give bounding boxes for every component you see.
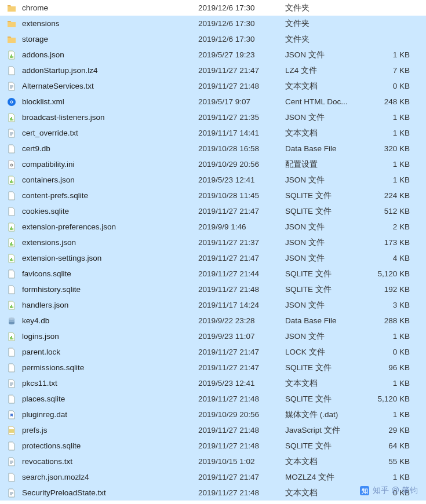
svg-rect-28 xyxy=(12,260,13,261)
file-row[interactable]: pluginreg.dat2019/10/29 20:56媒体文件 (.dat)… xyxy=(0,407,426,422)
file-size: 96 KB xyxy=(363,363,414,372)
svg-rect-21 xyxy=(11,227,12,230)
file-type: SQLITE 文件 xyxy=(285,191,363,201)
file-row[interactable]: logins.json2019/9/23 11:07JSON 文件1 KB xyxy=(0,328,426,344)
file-row[interactable]: handlers.json2019/11/17 14:24JSON 文件3 KB xyxy=(0,297,426,313)
file-row[interactable]: compatibility.ini2019/10/29 20:56配置设置1 K… xyxy=(0,156,426,172)
json-icon xyxy=(7,176,16,185)
file-row[interactable]: cookies.sqlite2019/11/27 21:47SQLITE 文件5… xyxy=(0,203,426,219)
file-row[interactable]: storage2019/12/6 17:30文件夹 xyxy=(0,31,426,47)
svg-point-32 xyxy=(9,317,14,320)
file-type: 文本文档 xyxy=(285,128,363,138)
file-name: extension-preferences.json xyxy=(22,222,116,231)
svg-rect-10 xyxy=(11,117,12,120)
file-row[interactable]: addons.json2019/5/27 19:23JSON 文件1 KB xyxy=(0,47,426,63)
svg-rect-23 xyxy=(10,243,11,246)
svg-rect-24 xyxy=(11,242,12,246)
file-row[interactable]: broadcast-listeners.json2019/11/27 21:35… xyxy=(0,109,426,125)
json-icon xyxy=(7,301,16,310)
file-name: places.sqlite xyxy=(22,395,65,403)
file-row[interactable]: blocklist.xml2019/5/17 9:07Cent HTML Doc… xyxy=(0,94,426,109)
file-date: 2019/10/29 20:56 xyxy=(198,160,285,169)
file-size: 288 KB xyxy=(363,316,414,325)
file-type: SQLITE 文件 xyxy=(285,394,363,404)
file-row[interactable]: extension-preferences.json2019/9/9 1:46J… xyxy=(0,219,426,235)
file-type: 配置设置 xyxy=(285,159,363,170)
file-type: JavaScript 文件 xyxy=(285,425,363,436)
file-row[interactable]: prefs.js2019/11/27 21:48JavaScript 文件29 … xyxy=(0,422,426,438)
file-date: 2019/10/15 1:02 xyxy=(198,457,285,466)
file-name: pluginreg.dat xyxy=(22,410,67,419)
file-row[interactable]: revocations.txt2019/10/15 1:02文本文档55 KB xyxy=(0,454,426,469)
file-name: search.json.mozlz4 xyxy=(22,473,89,481)
file-size: 173 KB xyxy=(363,238,414,247)
file-row[interactable]: content-prefs.sqlite2019/10/28 11:45SQLI… xyxy=(0,188,426,203)
svg-rect-0 xyxy=(10,56,11,58)
file-size: 0 KB xyxy=(363,82,414,90)
file-row[interactable]: key4.db2019/9/22 23:28Data Base File288 … xyxy=(0,313,426,328)
file-date: 2019/11/27 21:48 xyxy=(198,426,285,434)
file-date: 2019/9/22 23:28 xyxy=(198,316,285,325)
file-name: AlternateServices.txt xyxy=(22,82,94,90)
file-row[interactable]: cert_override.txt2019/11/17 14:41文本文档1 K… xyxy=(0,125,426,141)
file-row[interactable]: AlternateServices.txt2019/11/27 21:48文本文… xyxy=(0,78,426,94)
file-size: 5,120 KB xyxy=(363,395,414,403)
txt-icon xyxy=(7,379,16,388)
file-name: key4.db xyxy=(22,316,49,325)
file-icon xyxy=(7,473,16,482)
file-name: parent.lock xyxy=(22,348,60,356)
file-type: JSON 文件 xyxy=(285,331,363,342)
svg-rect-2 xyxy=(12,56,13,58)
file-size: 1 KB xyxy=(363,160,414,169)
file-row[interactable]: extension-settings.json2019/11/27 21:47J… xyxy=(0,250,426,266)
svg-rect-1 xyxy=(11,54,12,58)
file-row[interactable]: extensions2019/12/6 17:30文件夹 xyxy=(0,16,426,31)
svg-point-8 xyxy=(11,101,13,103)
file-type: SQLITE 文件 xyxy=(285,206,363,217)
file-date: 2019/11/27 21:47 xyxy=(198,363,285,372)
svg-point-16 xyxy=(11,165,12,166)
file-icon xyxy=(7,207,16,216)
file-name: formhistory.sqlite xyxy=(22,285,81,294)
svg-rect-35 xyxy=(12,338,13,339)
file-date: 2019/11/27 21:48 xyxy=(198,82,285,90)
file-row[interactable]: SecurityPreloadState.txt2019/11/27 21:48… xyxy=(0,485,426,501)
file-type: JSON 文件 xyxy=(285,300,363,311)
svg-rect-19 xyxy=(12,181,13,183)
file-date: 2019/11/27 21:47 xyxy=(198,66,285,75)
json-icon xyxy=(7,254,16,263)
file-icon xyxy=(7,348,16,357)
file-row[interactable]: protections.sqlite2019/11/27 21:48SQLITE… xyxy=(0,438,426,454)
file-row[interactable]: chrome2019/12/6 17:30文件夹 xyxy=(0,0,426,16)
file-row[interactable]: cert9.db2019/10/28 16:58Data Base File32… xyxy=(0,141,426,156)
file-type: MOZLZ4 文件 xyxy=(285,472,363,483)
file-row[interactable]: formhistory.sqlite2019/11/27 21:48SQLITE… xyxy=(0,282,426,297)
file-row[interactable]: permissions.sqlite2019/11/27 21:47SQLITE… xyxy=(0,360,426,375)
file-row[interactable]: addonStartup.json.lz42019/11/27 21:47LZ4… xyxy=(0,63,426,78)
file-size: 0 KB xyxy=(363,348,414,356)
file-size: 4 KB xyxy=(363,254,414,262)
file-size: 29 KB xyxy=(363,426,414,434)
file-date: 2019/11/17 14:41 xyxy=(198,129,285,137)
file-type: Data Base File xyxy=(285,316,363,325)
file-type: 文本文档 xyxy=(285,456,363,467)
file-icon xyxy=(7,441,16,451)
file-name: storage xyxy=(22,35,48,43)
file-name: addons.json xyxy=(22,50,64,59)
file-row[interactable]: parent.lock2019/11/27 21:47LOCK 文件0 KB xyxy=(0,344,426,360)
file-type: 文本文档 xyxy=(285,488,363,498)
file-row[interactable]: places.sqlite2019/11/27 21:48SQLITE 文件5,… xyxy=(0,391,426,407)
file-name: compatibility.ini xyxy=(22,160,75,169)
file-name: containers.json xyxy=(22,176,75,184)
file-name: cert9.db xyxy=(22,144,50,153)
file-row[interactable]: extensions.json2019/11/27 21:37JSON 文件17… xyxy=(0,235,426,250)
file-row[interactable]: search.json.mozlz42019/11/27 21:47MOZLZ4… xyxy=(0,469,426,485)
file-row[interactable]: favicons.sqlite2019/11/27 21:44SQLITE 文件… xyxy=(0,266,426,282)
file-name: handlers.json xyxy=(22,301,68,309)
file-name: favicons.sqlite xyxy=(22,269,71,278)
file-list[interactable]: chrome2019/12/6 17:30文件夹extensions2019/1… xyxy=(0,0,426,501)
file-name: extensions xyxy=(22,19,60,28)
file-name: cookies.sqlite xyxy=(22,207,69,216)
file-row[interactable]: pkcs11.txt2019/5/23 12:41文本文档1 KB xyxy=(0,375,426,391)
file-row[interactable]: containers.json2019/5/23 12:41JSON 文件1 K… xyxy=(0,172,426,188)
